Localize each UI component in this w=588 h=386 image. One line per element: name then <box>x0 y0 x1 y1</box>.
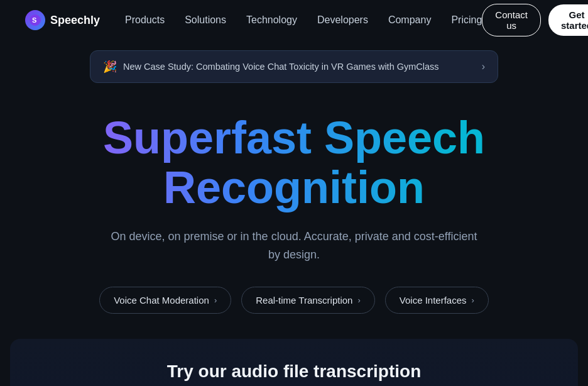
logo-text: Speechly <box>50 14 100 27</box>
cta-arrow-voice-chat: › <box>214 295 217 305</box>
cta-label-voice-interfaces: Voice Interfaces <box>400 295 467 306</box>
announcement-wrapper: 🎉 New Case Study: Combating Voice Chat T… <box>0 40 588 83</box>
get-started-button[interactable]: Get started <box>548 4 588 36</box>
nav-solutions[interactable]: Solutions <box>185 14 226 25</box>
announcement-arrow-icon: › <box>482 61 485 72</box>
hero-section: Superfast Speech Recognition On device, … <box>0 83 588 339</box>
nav-company[interactable]: Company <box>388 14 431 25</box>
audio-section: Try our audio file transcription ♪ Speec… <box>10 339 578 386</box>
cta-arrow-transcription: › <box>357 295 360 305</box>
audio-section-title: Try our audio file transcription <box>35 361 553 382</box>
logo-icon: S <box>25 10 45 30</box>
cta-voice-chat-moderation[interactable]: Voice Chat Moderation › <box>99 287 231 314</box>
nav-products[interactable]: Products <box>125 14 165 25</box>
announcement-banner[interactable]: 🎉 New Case Study: Combating Voice Chat T… <box>90 50 498 83</box>
hero-cta-buttons: Voice Chat Moderation › Real-time Transc… <box>25 287 563 314</box>
svg-text:S: S <box>32 16 36 24</box>
navbar: S Speechly Products Solutions Technology… <box>0 0 588 40</box>
hero-subtitle: On device, on premise or in the cloud. A… <box>106 228 482 264</box>
navbar-right: Contact us Get started <box>482 4 588 36</box>
announcement-text: New Case Study: Combating Voice Chat Tox… <box>123 62 476 72</box>
contact-button[interactable]: Contact us <box>482 4 541 36</box>
nav-links: Products Solutions Technology Developers… <box>125 14 482 26</box>
cta-label-transcription: Real-time Transcription <box>256 295 352 306</box>
cta-realtime-transcription[interactable]: Real-time Transcription › <box>241 287 375 314</box>
nav-developers[interactable]: Developers <box>317 14 368 25</box>
logo[interactable]: S Speechly <box>25 10 100 30</box>
nav-technology[interactable]: Technology <box>246 14 297 25</box>
cta-voice-interfaces[interactable]: Voice Interfaces › <box>385 287 489 314</box>
hero-title: Superfast Speech Recognition <box>25 113 563 212</box>
cta-label-voice-chat: Voice Chat Moderation <box>114 295 209 306</box>
announcement-emoji: 🎉 <box>103 60 117 74</box>
navbar-left: S Speechly Products Solutions Technology… <box>25 10 482 30</box>
cta-arrow-voice-interfaces: › <box>472 295 474 305</box>
nav-pricing[interactable]: Pricing <box>451 14 482 25</box>
